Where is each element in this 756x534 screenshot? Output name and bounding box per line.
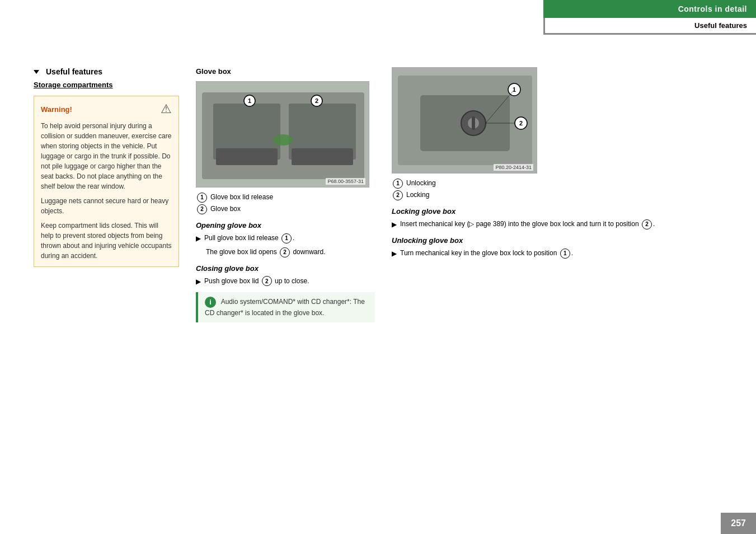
right-captions: 1 Unlocking 2 Locking: [392, 178, 722, 200]
bullet-arrow-2: ▶: [196, 277, 201, 287]
right-badge-2: 2: [393, 190, 403, 200]
info-icon: i: [205, 297, 216, 308]
info-text: Audio system/COMAND* with CD changer*: T…: [205, 298, 365, 317]
locking-step-text: Insert mechanical key (▷ page 389) into …: [400, 219, 655, 229]
bullet-arrow-lock: ▶: [392, 219, 397, 229]
section-title-label: Useful features: [46, 67, 102, 76]
bullet-arrow-unlock: ▶: [392, 249, 397, 259]
header-useful-features: Useful features: [543, 18, 756, 35]
page-number: 257: [721, 513, 756, 534]
badge-2: 2: [197, 204, 207, 214]
warning-text-1: To help avoid personal injury during a c…: [41, 121, 172, 191]
svg-rect-4: [216, 148, 278, 165]
closing-step: ▶ Push glove box lid 2 up to close.: [196, 276, 375, 287]
svg-text:2: 2: [519, 120, 523, 127]
warning-header: Warning! ⚠: [41, 102, 172, 116]
content-area: Useful features Storage compartments War…: [0, 67, 756, 322]
svg-rect-16: [472, 116, 475, 130]
unlocking-step: ▶ Turn mechanical key in the glove box l…: [392, 248, 722, 259]
right-badge-1: 1: [393, 179, 403, 189]
warning-text-3: Keep compartment lids closed. This will …: [41, 221, 172, 261]
badge-unlock-1: 1: [560, 249, 570, 259]
svg-rect-5: [292, 148, 353, 165]
warning-box: Warning! ⚠ To help avoid personal injury…: [34, 96, 179, 267]
section-title: Useful features: [34, 67, 179, 76]
locking-step: ▶ Insert mechanical key (▷ page 389) int…: [392, 219, 722, 229]
info-box: i Audio system/COMAND* with CD changer*:…: [196, 292, 375, 322]
caption-1-text: Glove box lid release: [210, 192, 273, 203]
right-caption-2: 2 Locking: [392, 190, 722, 200]
glove-box-image: 1 2 P68.00-3557-31: [196, 81, 369, 188]
badge-lock-2: 2: [642, 219, 652, 229]
middle-column: Glove box 1 2: [196, 67, 375, 322]
right-caption-2-text: Locking: [406, 190, 429, 200]
right-caption-1-text: Unlocking: [406, 178, 436, 189]
opening-step-text: Pull glove box lid release 1.: [204, 233, 294, 243]
unlocking-title: Unlocking glove box: [392, 236, 722, 245]
badge-1: 1: [197, 193, 207, 203]
caption-1: 1 Glove box lid release: [196, 192, 375, 203]
image-code-middle: P68.00-3557-31: [326, 178, 365, 185]
badge-2-close: 2: [262, 276, 272, 286]
opening-step: ▶ Pull glove box lid release 1.: [196, 233, 375, 243]
svg-point-10: [273, 134, 293, 146]
caption-2: 2 Glove box: [196, 204, 375, 214]
header-controls-in-detail: Controls in detail: [543, 0, 756, 18]
warning-title: Warning!: [41, 105, 72, 114]
locking-title: Locking glove box: [392, 207, 722, 216]
glove-box-lock-image: 1 2 P80.20-2414-31: [392, 67, 537, 174]
badge-2-inline: 2: [280, 247, 290, 257]
warning-icon: ⚠: [161, 102, 172, 116]
unlocking-step-text: Turn mechanical key in the glove box loc…: [400, 248, 573, 259]
caption-2-text: Glove box: [210, 204, 241, 214]
closing-step-text: Push glove box lid 2 up to close.: [204, 276, 309, 287]
warning-text-2: Luggage nets cannot secure hard or heavy…: [41, 196, 172, 216]
bullet-arrow-1: ▶: [196, 233, 201, 243]
triangle-icon: [34, 70, 39, 74]
opening-result: The glove box lid opens 2 downward.: [206, 247, 375, 257]
left-column: Useful features Storage compartments War…: [34, 67, 179, 322]
page-container: Controls in detail Useful features 257 U…: [0, 0, 756, 534]
right-column: 1 2 P80.20-2414-31 1 Unlocking 2: [392, 67, 722, 322]
image-code-right: P80.20-2414-31: [494, 164, 533, 171]
header-block: Controls in detail Useful features: [543, 0, 756, 35]
svg-text:1: 1: [248, 97, 251, 104]
glove-box-title: Glove box: [196, 67, 375, 76]
glove-box-lock-svg: 1 2: [392, 67, 537, 174]
right-caption-1: 1 Unlocking: [392, 178, 722, 189]
closing-title: Closing glove box: [196, 264, 375, 273]
opening-title: Opening glove box: [196, 221, 375, 229]
svg-text:2: 2: [315, 97, 318, 104]
glove-box-svg: 1 2: [196, 81, 369, 188]
badge-1-inline: 1: [281, 233, 292, 243]
storage-compartments-title: Storage compartments: [34, 81, 179, 89]
